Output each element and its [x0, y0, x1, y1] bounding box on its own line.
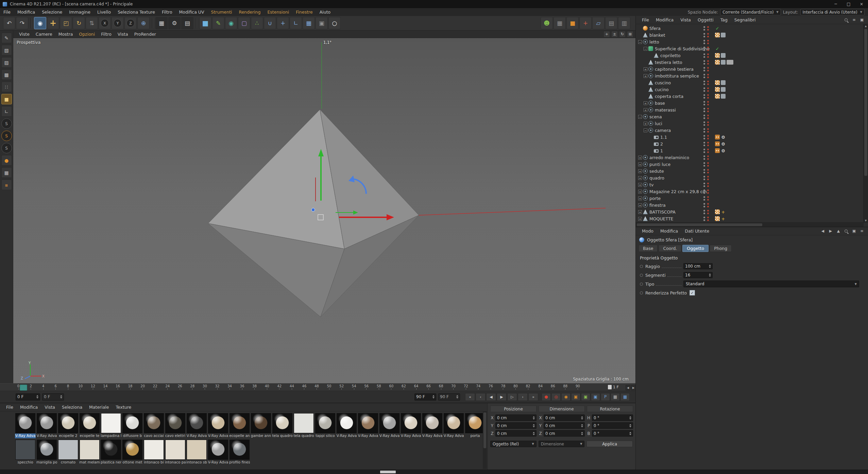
frame-end-field[interactable]: 90 F: [414, 393, 436, 401]
checker-tag-icon[interactable]: [715, 209, 720, 214]
view-zoom-icon[interactable]: ±: [611, 31, 618, 37]
visibility-dots[interactable]: [703, 128, 709, 133]
menu-immagine[interactable]: Immagine: [66, 10, 94, 15]
ruler-left-button[interactable]: ◀: [626, 385, 630, 390]
parent-object-icon[interactable]: ▲: [836, 228, 841, 234]
coord-value-field[interactable]: 0 cm: [544, 430, 585, 437]
material-item[interactable]: ecopelle an: [229, 413, 250, 438]
layout-select[interactable]: Interfaccia di Avvio (Utente)▼: [800, 9, 865, 15]
current-frame-marker[interactable]: [20, 385, 27, 391]
visibility-dots[interactable]: [703, 40, 709, 44]
tree-item-2[interactable]: 2⚙: [637, 140, 868, 147]
snap-c-icon[interactable]: S: [1, 143, 12, 153]
visibility-dots[interactable]: [703, 74, 709, 78]
visibility-dots[interactable]: [703, 155, 709, 160]
layout-a-icon[interactable]: ▤: [605, 17, 617, 29]
spinner-icon[interactable]: [533, 416, 535, 420]
expander-icon[interactable]: +: [638, 163, 642, 166]
expander-icon[interactable]: −: [638, 40, 642, 44]
coord-value-field[interactable]: 0 cm: [495, 430, 537, 437]
menu-aiuto[interactable]: Aiuto: [316, 10, 334, 15]
gray-tag-icon[interactable]: [721, 87, 726, 92]
keyframe-ring-icon[interactable]: [640, 274, 643, 277]
tree-item-quadro[interactable]: +quadro: [637, 174, 868, 181]
visibility-dots[interactable]: [703, 53, 709, 58]
material-item[interactable]: maniglia po: [36, 440, 57, 465]
layout-b-icon[interactable]: ▥: [618, 17, 630, 29]
axis-tag-icon[interactable]: +: [721, 216, 726, 221]
menu-livello[interactable]: Livello: [94, 10, 114, 15]
scroll-up-icon[interactable]: ▲: [864, 24, 868, 28]
visibility-dots[interactable]: [703, 176, 709, 180]
view-name-label[interactable]: Prospettiva: [17, 40, 40, 45]
tree-item-superficie-di-suddivisione[interactable]: −Superficie di Suddivisione✓: [637, 45, 868, 52]
tree-item-moquette[interactable]: +MOQUETTE+: [637, 215, 868, 222]
object-menu-tag[interactable]: Tag: [717, 17, 731, 22]
search-icon[interactable]: [844, 17, 849, 23]
visibility-dots[interactable]: [703, 135, 709, 139]
keyframe-ring-icon[interactable]: [640, 283, 643, 286]
array-tool-icon[interactable]: ▦: [303, 17, 315, 29]
spinner-icon[interactable]: [456, 395, 458, 399]
expander-icon[interactable]: −: [644, 47, 647, 51]
expander-icon[interactable]: +: [638, 169, 642, 173]
material-item[interactable]: V-Ray Adva: [208, 413, 228, 438]
visibility-dots[interactable]: [703, 189, 709, 194]
material-item[interactable]: V-Ray Adva: [358, 413, 378, 438]
spinner-icon[interactable]: [432, 395, 435, 399]
snap-tool-icon[interactable]: ∟: [290, 17, 302, 29]
tree-item-copriletto[interactable]: copriletto: [637, 52, 868, 59]
coord-value-field[interactable]: 0 °: [592, 430, 633, 437]
next-frame-button[interactable]: ▷: [507, 393, 517, 401]
prev-key-button[interactable]: ‹: [476, 393, 486, 401]
menu-modifica[interactable]: Modifica: [14, 10, 38, 15]
workplane-mode-icon[interactable]: ∟: [1, 106, 12, 117]
material-item[interactable]: tappi silico: [315, 413, 336, 438]
material-scrollbar[interactable]: [483, 411, 487, 469]
expander-icon[interactable]: +: [644, 122, 647, 125]
viewport-canvas[interactable]: Prospettiva 1,1° Spaziatura Griglia : 10…: [13, 38, 635, 384]
object-menu-modifica[interactable]: Modifica: [652, 17, 677, 22]
spinner-icon[interactable]: [709, 265, 711, 268]
add-cube-icon[interactable]: ■: [199, 17, 211, 29]
grid-snap-icon[interactable]: ▦: [1, 167, 12, 178]
apply-button[interactable]: Applica: [586, 441, 633, 447]
tree-item-camera[interactable]: −camera: [637, 127, 868, 134]
snap-a-icon[interactable]: S: [1, 118, 12, 129]
viewport-menu-filtro[interactable]: Filtro: [98, 32, 115, 37]
spinner-icon[interactable]: [533, 432, 535, 435]
attribute-menu-modo[interactable]: Modo: [639, 228, 657, 234]
recent-tools-icon[interactable]: ⇅: [86, 17, 98, 29]
checkbox[interactable]: ✓: [690, 290, 695, 295]
tree-item-magazine-22-cm-x-29-8-cm[interactable]: +Magazine 22 cm x 29,8 cm: [637, 188, 868, 195]
tree-item-base[interactable]: +base: [637, 100, 868, 106]
coord-value-field[interactable]: 0 cm: [495, 422, 537, 429]
camera-tool-icon[interactable]: ▣: [316, 17, 328, 29]
material-item[interactable]: ottone met: [122, 440, 143, 465]
object-tree-scrollbar[interactable]: ▲ ▼: [863, 24, 868, 223]
spinner-icon[interactable]: [581, 432, 583, 435]
view-rotate-icon[interactable]: ↻: [619, 31, 626, 37]
x-axis-lock-icon[interactable]: X: [99, 17, 111, 29]
expander-icon[interactable]: +: [644, 74, 647, 78]
model-kernel-icon[interactable]: ▧: [1, 45, 12, 55]
material-item[interactable]: V-Ray Adva: [186, 413, 207, 438]
viewport-menu-camere[interactable]: Camere: [33, 32, 55, 37]
tree-item-sfera[interactable]: Sfera✓: [637, 25, 868, 32]
tree-item-1-1[interactable]: 1.1⚙: [637, 134, 868, 140]
film-tag-icon[interactable]: [715, 141, 720, 146]
object-menu-oggetti[interactable]: Oggetti: [694, 17, 717, 22]
grayw-tag-icon[interactable]: [727, 60, 733, 65]
close-button[interactable]: ×: [855, 0, 868, 8]
key-scale-toggle[interactable]: ▣: [581, 393, 590, 401]
maximize-button[interactable]: □: [842, 0, 855, 8]
tree-item-blanket[interactable]: blanket: [637, 32, 868, 38]
expander-icon[interactable]: +: [638, 203, 642, 207]
spinner-icon[interactable]: [581, 424, 583, 427]
expander-icon[interactable]: +: [638, 183, 642, 187]
tree-item-imbottitura-semplice[interactable]: +imbottitura semplice: [637, 72, 868, 79]
coord-value-field[interactable]: 0 cm: [495, 414, 537, 421]
light-tool-icon[interactable]: ○: [328, 17, 341, 29]
tree-item-1[interactable]: 1⚙: [637, 147, 868, 154]
tree-item-cuscino[interactable]: cuscino: [637, 79, 868, 86]
